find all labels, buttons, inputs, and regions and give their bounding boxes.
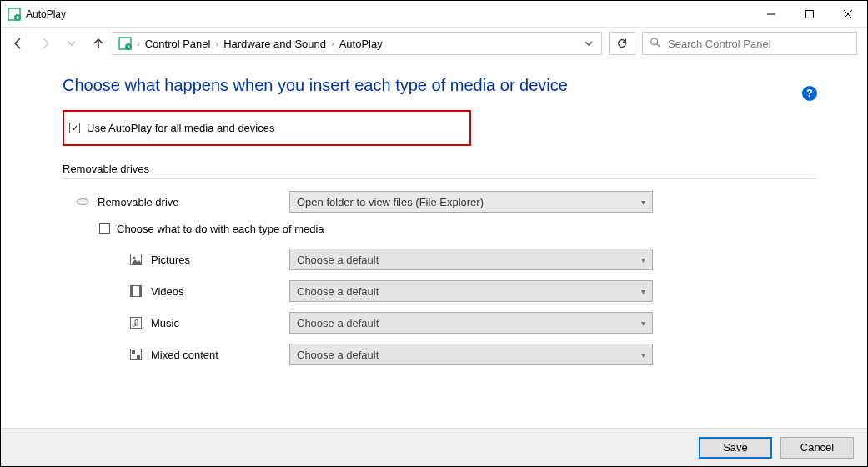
section-divider — [63, 178, 817, 179]
mixed-content-value: Choose a default — [297, 349, 379, 361]
svg-rect-16 — [131, 318, 142, 329]
chevron-down-icon: ▾ — [641, 198, 645, 207]
removable-drives-header: Removable drives — [63, 163, 817, 175]
up-button[interactable] — [91, 36, 106, 51]
removable-drive-value: Open folder to view files (File Explorer… — [297, 196, 484, 208]
mixed-content-icon — [129, 348, 143, 361]
each-type-checkbox[interactable] — [99, 223, 110, 234]
footer-bar: Save Cancel — [1, 428, 867, 466]
breadcrumb-separator: › — [331, 38, 334, 48]
videos-label: Videos — [151, 285, 289, 298]
search-box[interactable] — [642, 32, 857, 55]
window-title: AutoPlay — [26, 8, 66, 20]
pictures-label: Pictures — [151, 254, 289, 266]
mixed-content-dropdown[interactable]: Choose a default ▾ — [289, 344, 653, 365]
music-value: Choose a default — [297, 317, 379, 329]
videos-icon — [129, 284, 143, 298]
svg-point-10 — [77, 199, 88, 205]
minimize-button[interactable] — [752, 1, 790, 28]
close-button[interactable] — [829, 1, 867, 28]
back-button[interactable] — [11, 36, 26, 51]
use-autoplay-label: Use AutoPlay for all media and devices — [87, 122, 274, 134]
help-icon[interactable]: ? — [802, 86, 817, 101]
music-label: Music — [151, 317, 289, 329]
page-title: Choose what happens when you insert each… — [63, 76, 568, 95]
videos-value: Choose a default — [297, 285, 379, 298]
breadcrumb-separator: › — [137, 38, 140, 48]
content-area: Choose what happens when you insert each… — [1, 59, 867, 428]
cancel-button[interactable]: Cancel — [780, 437, 854, 459]
music-icon — [129, 316, 143, 329]
removable-drive-icon — [76, 195, 89, 208]
svg-point-12 — [133, 257, 136, 259]
save-button[interactable]: Save — [699, 437, 772, 459]
breadcrumb-hardware-and-sound[interactable]: Hardware and Sound — [223, 38, 326, 50]
save-label: Save — [723, 441, 748, 454]
videos-dropdown[interactable]: Choose a default ▾ — [289, 280, 653, 302]
svg-rect-19 — [137, 355, 140, 359]
svg-rect-15 — [139, 286, 142, 297]
svg-rect-18 — [132, 350, 135, 354]
recent-locations-button[interactable] — [64, 36, 79, 51]
pictures-icon — [129, 253, 143, 266]
chevron-down-icon: ▾ — [641, 350, 645, 359]
breadcrumb-autoplay[interactable]: AutoPlay — [339, 38, 383, 50]
removable-drive-label: Removable drive — [98, 196, 289, 208]
svg-rect-14 — [131, 286, 133, 297]
chevron-down-icon: ▾ — [641, 255, 645, 264]
nav-bar: › Control Panel › Hardware and Sound › A… — [1, 28, 867, 59]
title-bar: AutoPlay — [1, 1, 867, 28]
forward-button[interactable] — [38, 36, 53, 51]
svg-point-8 — [651, 38, 658, 44]
pictures-dropdown[interactable]: Choose a default ▾ — [289, 249, 653, 270]
chevron-down-icon: ▾ — [641, 287, 645, 296]
maximize-button[interactable] — [790, 1, 829, 28]
removable-drive-dropdown[interactable]: Open folder to view files (File Explorer… — [289, 191, 653, 213]
address-dropdown-button[interactable] — [585, 38, 593, 50]
chevron-down-icon: ▾ — [641, 319, 645, 328]
cancel-label: Cancel — [800, 441, 834, 454]
autoplay-app-icon — [8, 8, 21, 21]
highlight-annotation: Use AutoPlay for all media and devices — [63, 110, 471, 146]
svg-line-9 — [657, 43, 660, 47]
breadcrumb-separator: › — [215, 38, 218, 48]
each-type-label: Choose what to do with each type of medi… — [117, 223, 324, 235]
pictures-value: Choose a default — [297, 254, 379, 266]
breadcrumb-control-panel[interactable]: Control Panel — [145, 38, 211, 50]
search-icon — [650, 37, 661, 51]
svg-rect-3 — [806, 10, 814, 18]
address-bar[interactable]: › Control Panel › Hardware and Sound › A… — [113, 32, 602, 55]
autoplay-location-icon — [118, 37, 132, 50]
refresh-button[interactable] — [609, 32, 635, 55]
mixed-content-label: Mixed content — [151, 349, 289, 361]
use-autoplay-checkbox[interactable] — [69, 123, 80, 133]
music-dropdown[interactable]: Choose a default ▾ — [289, 312, 653, 334]
search-input[interactable] — [668, 38, 850, 50]
